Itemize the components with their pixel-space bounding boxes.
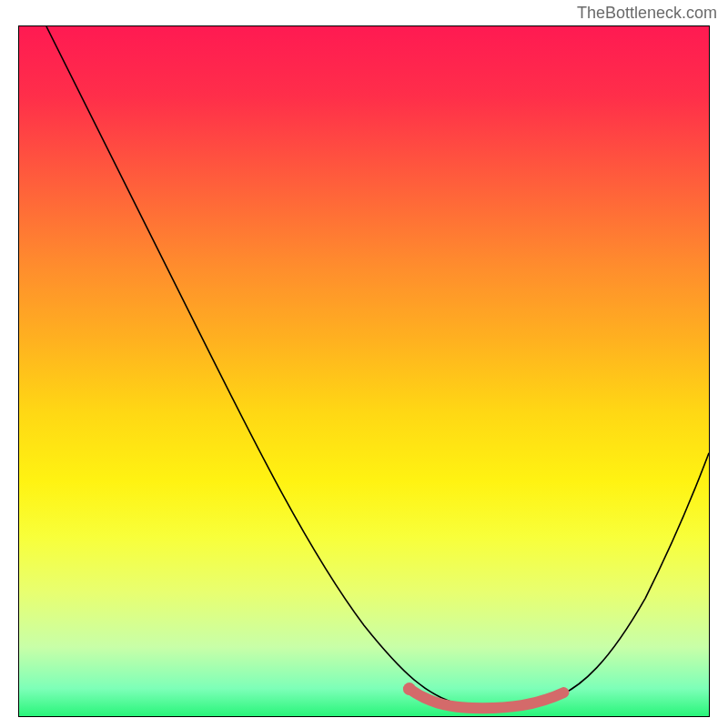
bottleneck-curve — [46, 26, 709, 707]
optimal-range-highlight — [410, 689, 564, 708]
attribution-text: TheBottleneck.com — [577, 4, 717, 23]
chart-svg — [19, 26, 709, 716]
optimal-range-start-dot — [403, 682, 416, 695]
chart-frame — [18, 25, 710, 717]
